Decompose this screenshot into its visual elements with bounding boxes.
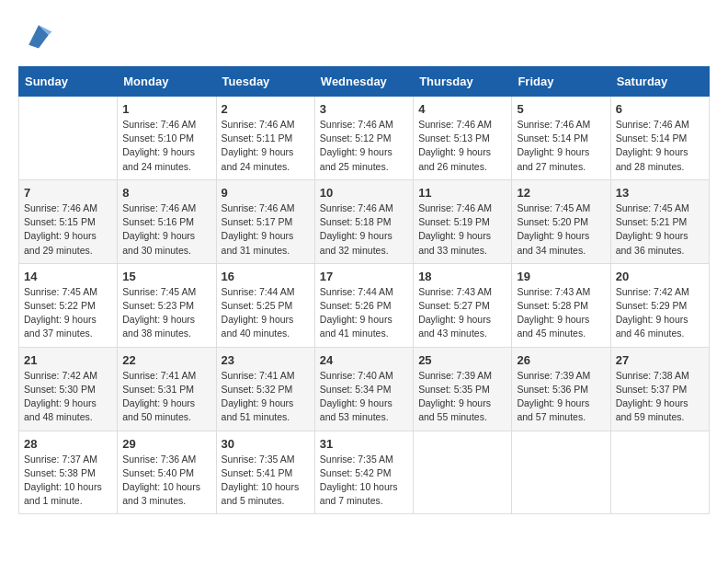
page-header [18,18,710,52]
day-number: 27 [616,353,704,367]
day-number: 10 [320,186,408,200]
day-number: 31 [320,437,408,451]
day-content: Sunrise: 7:46 AM Sunset: 5:13 PM Dayligh… [418,118,506,174]
day-content: Sunrise: 7:46 AM Sunset: 5:17 PM Dayligh… [222,201,310,258]
calendar-cell: 11Sunrise: 7:46 AM Sunset: 5:19 PM Dayli… [414,179,512,263]
day-number: 30 [222,437,310,451]
calendar-week-row: 28Sunrise: 7:37 AM Sunset: 5:38 PM Dayli… [19,431,710,514]
day-number: 29 [122,437,210,451]
calendar-cell: 13Sunrise: 7:45 AM Sunset: 5:21 PM Dayli… [610,179,709,263]
day-number: 7 [24,186,112,200]
calendar-cell: 6Sunrise: 7:46 AM Sunset: 5:14 PM Daylig… [610,97,709,180]
calendar-cell: 21Sunrise: 7:42 AM Sunset: 5:30 PM Dayli… [19,347,118,431]
calendar-header-row: SundayMondayTuesdayWednesdayThursdayFrid… [19,67,710,97]
day-number: 25 [418,353,506,367]
day-content: Sunrise: 7:44 AM Sunset: 5:26 PM Dayligh… [320,285,408,341]
day-number: 16 [222,270,310,283]
calendar-cell: 17Sunrise: 7:44 AM Sunset: 5:26 PM Dayli… [314,263,413,347]
day-content: Sunrise: 7:46 AM Sunset: 5:11 PM Dayligh… [222,118,310,174]
day-content: Sunrise: 7:45 AM Sunset: 5:23 PM Dayligh… [122,285,210,341]
day-content: Sunrise: 7:46 AM Sunset: 5:10 PM Dayligh… [122,118,210,174]
day-number: 4 [418,102,506,116]
day-number: 3 [320,102,408,116]
day-content: Sunrise: 7:46 AM Sunset: 5:12 PM Dayligh… [320,118,408,174]
day-number: 12 [517,186,605,200]
day-content: Sunrise: 7:43 AM Sunset: 5:27 PM Dayligh… [418,285,506,341]
day-content: Sunrise: 7:46 AM Sunset: 5:14 PM Dayligh… [616,118,704,174]
calendar-cell: 31Sunrise: 7:35 AM Sunset: 5:42 PM Dayli… [314,431,413,514]
calendar-cell: 24Sunrise: 7:40 AM Sunset: 5:34 PM Dayli… [314,347,413,431]
calendar-header-saturday: Saturday [610,67,709,97]
calendar-cell: 26Sunrise: 7:39 AM Sunset: 5:36 PM Dayli… [512,347,610,431]
day-number: 23 [222,353,310,367]
logo-icon [22,18,55,52]
day-number: 13 [616,186,704,200]
calendar-cell: 3Sunrise: 7:46 AM Sunset: 5:12 PM Daylig… [314,97,413,180]
day-number: 22 [122,353,210,367]
day-number: 9 [222,186,310,200]
calendar-week-row: 21Sunrise: 7:42 AM Sunset: 5:30 PM Dayli… [19,347,710,431]
day-content: Sunrise: 7:38 AM Sunset: 5:37 PM Dayligh… [616,369,704,425]
day-number: 20 [616,270,704,283]
day-number: 19 [517,270,605,283]
day-number: 11 [418,186,506,200]
calendar-cell: 14Sunrise: 7:45 AM Sunset: 5:22 PM Dayli… [19,263,118,347]
day-number: 2 [222,102,310,116]
calendar-cell: 7Sunrise: 7:46 AM Sunset: 5:15 PM Daylig… [19,179,118,263]
day-content: Sunrise: 7:45 AM Sunset: 5:21 PM Dayligh… [616,201,704,258]
day-content: Sunrise: 7:43 AM Sunset: 5:28 PM Dayligh… [517,285,605,341]
calendar-cell: 30Sunrise: 7:35 AM Sunset: 5:41 PM Dayli… [216,431,314,514]
calendar-cell: 2Sunrise: 7:46 AM Sunset: 5:11 PM Daylig… [216,97,314,180]
calendar-cell: 22Sunrise: 7:41 AM Sunset: 5:31 PM Dayli… [118,347,216,431]
calendar-cell: 27Sunrise: 7:38 AM Sunset: 5:37 PM Dayli… [610,347,709,431]
calendar-header-wednesday: Wednesday [314,67,413,97]
calendar-header-friday: Friday [512,67,610,97]
calendar-cell: 16Sunrise: 7:44 AM Sunset: 5:25 PM Dayli… [216,263,314,347]
calendar-cell: 28Sunrise: 7:37 AM Sunset: 5:38 PM Dayli… [19,431,118,514]
day-content: Sunrise: 7:39 AM Sunset: 5:35 PM Dayligh… [418,369,506,425]
day-content: Sunrise: 7:44 AM Sunset: 5:25 PM Dayligh… [222,285,310,341]
day-number: 17 [320,270,408,283]
day-content: Sunrise: 7:46 AM Sunset: 5:18 PM Dayligh… [320,201,408,258]
day-content: Sunrise: 7:45 AM Sunset: 5:22 PM Dayligh… [24,285,112,341]
calendar-cell: 23Sunrise: 7:41 AM Sunset: 5:32 PM Dayli… [216,347,314,431]
calendar-cell: 29Sunrise: 7:36 AM Sunset: 5:40 PM Dayli… [118,431,216,514]
day-number: 28 [24,437,112,451]
day-number: 6 [616,102,704,116]
day-number: 21 [24,353,112,367]
day-content: Sunrise: 7:42 AM Sunset: 5:29 PM Dayligh… [616,285,704,341]
day-content: Sunrise: 7:42 AM Sunset: 5:30 PM Dayligh… [24,369,112,425]
day-content: Sunrise: 7:41 AM Sunset: 5:32 PM Dayligh… [222,369,310,425]
calendar-header-thursday: Thursday [414,67,512,97]
calendar-cell: 12Sunrise: 7:45 AM Sunset: 5:20 PM Dayli… [512,179,610,263]
calendar-cell: 19Sunrise: 7:43 AM Sunset: 5:28 PM Dayli… [512,263,610,347]
calendar-cell: 5Sunrise: 7:46 AM Sunset: 5:14 PM Daylig… [512,97,610,180]
day-content: Sunrise: 7:46 AM Sunset: 5:19 PM Dayligh… [418,201,506,258]
day-content: Sunrise: 7:46 AM Sunset: 5:16 PM Dayligh… [122,201,210,258]
calendar-header-tuesday: Tuesday [216,67,314,97]
calendar-cell: 10Sunrise: 7:46 AM Sunset: 5:18 PM Dayli… [314,179,413,263]
day-number: 24 [320,353,408,367]
calendar-cell: 15Sunrise: 7:45 AM Sunset: 5:23 PM Dayli… [118,263,216,347]
day-number: 18 [418,270,506,283]
calendar-cell: 4Sunrise: 7:46 AM Sunset: 5:13 PM Daylig… [414,97,512,180]
calendar-cell [610,431,709,514]
calendar-cell: 20Sunrise: 7:42 AM Sunset: 5:29 PM Dayli… [610,263,709,347]
calendar-cell: 1Sunrise: 7:46 AM Sunset: 5:10 PM Daylig… [118,97,216,180]
calendar-week-row: 1Sunrise: 7:46 AM Sunset: 5:10 PM Daylig… [19,97,710,180]
day-content: Sunrise: 7:41 AM Sunset: 5:31 PM Dayligh… [122,369,210,425]
day-content: Sunrise: 7:40 AM Sunset: 5:34 PM Dayligh… [320,369,408,425]
calendar-cell: 25Sunrise: 7:39 AM Sunset: 5:35 PM Dayli… [414,347,512,431]
day-content: Sunrise: 7:36 AM Sunset: 5:40 PM Dayligh… [122,453,210,509]
day-number: 1 [122,102,210,116]
day-content: Sunrise: 7:35 AM Sunset: 5:41 PM Dayligh… [222,453,310,509]
day-number: 5 [517,102,605,116]
calendar-week-row: 7Sunrise: 7:46 AM Sunset: 5:15 PM Daylig… [19,179,710,263]
calendar-cell [512,431,610,514]
calendar-cell: 18Sunrise: 7:43 AM Sunset: 5:27 PM Dayli… [414,263,512,347]
calendar-header-sunday: Sunday [19,67,118,97]
day-content: Sunrise: 7:46 AM Sunset: 5:15 PM Dayligh… [24,201,112,258]
day-content: Sunrise: 7:39 AM Sunset: 5:36 PM Dayligh… [517,369,605,425]
day-number: 26 [517,353,605,367]
day-content: Sunrise: 7:37 AM Sunset: 5:38 PM Dayligh… [24,453,112,509]
